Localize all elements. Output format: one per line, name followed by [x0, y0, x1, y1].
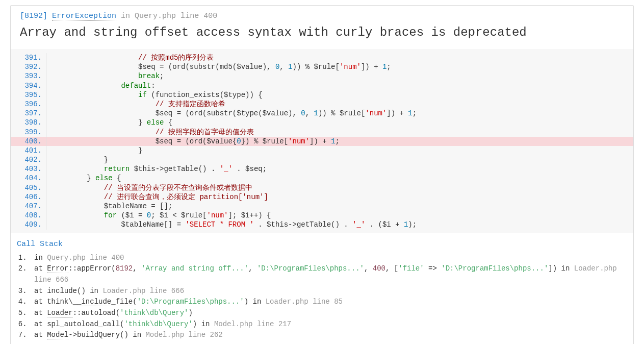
line-number: 408.	[11, 211, 46, 220]
code-content: // 进行联合查询，必须设定 partition['num']	[53, 192, 633, 202]
code-content: $tableName = [];	[53, 202, 633, 211]
code-line: 404. } else {	[11, 174, 633, 183]
line-number: 400.	[11, 137, 46, 146]
code-line: 398. } else {	[11, 118, 633, 127]
code-line: 391. // 按照md5的序列分表	[11, 53, 633, 62]
line-number: 399.	[11, 128, 46, 137]
code-line: 409. $tableName[] = 'SELECT * FROM ' . $…	[11, 220, 633, 229]
file-location: Query.php line 400	[135, 12, 217, 20]
line-number: 405.	[11, 183, 46, 192]
code-content: // 支持指定函数哈希	[53, 100, 633, 109]
code-content: $seq = (ord($value{0}) % $rule['num']) +…	[53, 137, 633, 146]
code-line: 408. for ($i = 0; $i < $rule['num']; $i+…	[11, 211, 633, 220]
code-content: // 按照md5的序列分表	[53, 53, 633, 62]
source-code-block: 391. // 按照md5的序列分表392. $seq = (ord(subst…	[11, 50, 633, 233]
code-content: break;	[53, 71, 633, 81]
code-content: for ($i = 0; $i < $rule['num']; $i++) {	[53, 211, 633, 220]
code-line: 402. }	[11, 155, 633, 164]
line-number: 398.	[11, 118, 46, 127]
line-number: 403.	[11, 164, 46, 174]
line-number: 407.	[11, 202, 46, 211]
code-content: // 当设置的分表字段不在查询条件或者数据中	[53, 183, 633, 192]
code-line: 392. $seq = (ord(substr(md5($value), 0, …	[11, 62, 633, 71]
in-word: in	[121, 12, 130, 20]
error-meta: [8192] ErrorException in Query.php line …	[20, 12, 624, 20]
stack-frame: at Model->buildQuery() in Model.php line…	[31, 330, 624, 341]
code-content: } else {	[53, 174, 633, 183]
code-line: 400. $seq = (ord($value{0}) % $rule['num…	[11, 137, 633, 146]
stack-frame: at think\__include_file('D:\ProgramFiles…	[31, 297, 624, 308]
line-number: 396.	[11, 100, 46, 109]
stack-frame: in Query.php line 400	[31, 253, 624, 264]
code-content: } else {	[53, 118, 633, 127]
code-line: 396. // 支持指定函数哈希	[11, 100, 633, 109]
code-content: return $this->getTable() . '_' . $seq;	[53, 164, 633, 174]
code-content: $seq = (ord(substr(md5($value), 0, 1)) %…	[53, 62, 633, 71]
code-line: 394. default:	[11, 81, 633, 90]
code-line: 399. // 按照字段的首字母的值分表	[11, 128, 633, 137]
stack-frame: at include() in Loader.php line 666	[31, 286, 624, 297]
line-number: 394.	[11, 81, 46, 90]
code-content: $tableName[] = 'SELECT * FROM ' . $this-…	[53, 220, 633, 229]
code-line: 397. $seq = (ord(substr($type($value), 0…	[11, 109, 633, 118]
stack-frame: at Loader::autoload('think\db\Query')	[31, 308, 624, 319]
code-content: }	[53, 146, 633, 155]
line-number: 392.	[11, 62, 46, 71]
error-page: [8192] ErrorException in Query.php line …	[10, 5, 634, 344]
line-number: 393.	[11, 71, 46, 81]
code-content: }	[53, 155, 633, 164]
call-stack-title: Call Stack	[11, 233, 633, 253]
code-line: 393. break;	[11, 71, 633, 81]
code-content: if (function_exists($type)) {	[53, 90, 633, 100]
code-line: 406. // 进行联合查询，必须设定 partition['num']	[11, 192, 633, 202]
code-content: default:	[53, 81, 633, 90]
code-line: 403. return $this->getTable() . '_' . $s…	[11, 164, 633, 174]
call-stack: in Query.php line 400at Error::appError(…	[11, 253, 633, 344]
stack-frame: at spl_autoload_call('think\db\Query') i…	[31, 319, 624, 330]
stack-frame: at Error::appError(8192, 'Array and stri…	[31, 263, 624, 285]
error-code: [8192]	[20, 12, 47, 20]
line-number: 406.	[11, 192, 46, 202]
code-line: 401. }	[11, 146, 633, 155]
line-number: 395.	[11, 90, 46, 100]
code-content: $seq = (ord(substr($type($value), 0, 1))…	[53, 109, 633, 118]
line-number: 391.	[11, 53, 46, 62]
code-content: // 按照字段的首字母的值分表	[53, 128, 633, 137]
error-message: Array and string offset access syntax wi…	[20, 26, 624, 39]
code-line: 395. if (function_exists($type)) {	[11, 90, 633, 100]
line-number: 397.	[11, 109, 46, 118]
error-class[interactable]: ErrorException	[52, 12, 116, 21]
line-number: 409.	[11, 220, 46, 229]
error-header: [8192] ErrorException in Query.php line …	[11, 6, 633, 50]
line-number: 401.	[11, 146, 46, 155]
code-line: 407. $tableName = [];	[11, 202, 633, 211]
code-line: 405. // 当设置的分表字段不在查询条件或者数据中	[11, 183, 633, 192]
line-number: 402.	[11, 155, 46, 164]
line-number: 404.	[11, 174, 46, 183]
